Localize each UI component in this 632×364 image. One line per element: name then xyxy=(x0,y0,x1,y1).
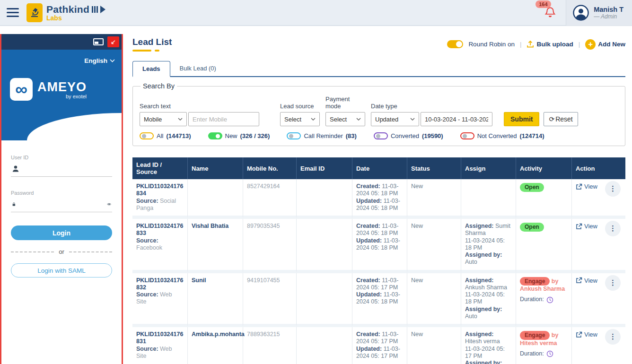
row-menu-button[interactable]: ⋮ xyxy=(605,275,621,291)
password-label: Password xyxy=(11,190,112,196)
lead-id: PKLID110324176834 xyxy=(136,183,184,198)
lead-name: Ambika.p.mohanta xyxy=(192,331,245,338)
status-filter-toggle[interactable]: All (144713) xyxy=(140,132,191,139)
column-header: Assign xyxy=(461,157,516,179)
assigned-by: Auto xyxy=(465,259,477,265)
table-row: PKLID110324176832 Source: Web Site Sunil… xyxy=(132,273,625,328)
hamburger-menu-icon[interactable] xyxy=(7,8,19,17)
assignee-name: Ankush Sharma xyxy=(465,284,507,291)
brand-name: Pathkind xyxy=(46,4,89,15)
pathkind-logo: Pathkind Labs xyxy=(26,3,105,22)
date-range-input[interactable] xyxy=(421,112,492,126)
external-link-icon xyxy=(576,331,582,338)
payment-mode-select[interactable]: Select xyxy=(325,112,365,126)
brand-play-icon xyxy=(100,6,105,13)
column-header: Name xyxy=(187,157,243,179)
table-row: PKLID110324176831 Source: Web Site Ambik… xyxy=(132,327,625,364)
lead-source: Facebook xyxy=(136,244,162,251)
separator: | xyxy=(520,41,522,48)
lead-table: Lead ID / SourceNameMobile No.Email IDDa… xyxy=(132,157,625,364)
tab-leads[interactable]: Leads xyxy=(132,61,170,77)
tab-bulk-lead[interactable]: Bulk Lead (0) xyxy=(170,61,226,76)
language-select[interactable]: English xyxy=(84,57,115,64)
activity-pill: Open xyxy=(520,183,544,192)
column-header: Action xyxy=(571,157,625,179)
brand-stripes xyxy=(92,6,98,13)
lead-name: Vishal Bhatia xyxy=(192,223,228,229)
payment-mode-label: Payment mode xyxy=(325,95,357,110)
lead-id: PKLID110324176833 xyxy=(136,223,184,237)
status-filter-toggle[interactable]: Call Reminder (83) xyxy=(287,132,357,139)
date-type-label: Date type xyxy=(371,103,492,110)
view-button[interactable]: View xyxy=(576,183,597,191)
status-filter-toggle[interactable]: Converted (19590) xyxy=(374,132,443,139)
user-menu[interactable]: Manish T — Admin xyxy=(566,0,632,26)
filter-count: (124714) xyxy=(520,132,544,139)
submit-button[interactable]: Submit xyxy=(504,112,539,126)
filter-label: Converted xyxy=(391,132,419,139)
sidebar-titlebar: ↙ xyxy=(1,34,122,50)
assigned-by: Auto xyxy=(465,313,477,320)
user-id-label: User ID xyxy=(11,155,112,160)
language-label: English xyxy=(84,57,107,64)
login-button[interactable]: Login xyxy=(11,225,112,240)
column-header: Mobile No. xyxy=(243,157,296,179)
column-header: Lead ID / Source xyxy=(132,157,187,179)
dock-window-icon[interactable] xyxy=(93,38,104,45)
view-button[interactable]: View xyxy=(576,223,597,230)
duration-label: Duration: xyxy=(520,350,544,357)
view-button[interactable]: View xyxy=(576,277,597,285)
search-panel: Search By Search text Mobile Lead source… xyxy=(132,82,625,146)
filter-count: (144713) xyxy=(166,132,191,139)
chevron-down-icon xyxy=(110,59,115,62)
lead-source-select[interactable]: Select xyxy=(280,112,320,126)
duration-label: Duration: xyxy=(520,296,544,303)
eye-icon[interactable] xyxy=(107,201,111,207)
password-field[interactable] xyxy=(20,201,103,208)
table-header-row: Lead ID / SourceNameMobile No.Email IDDa… xyxy=(132,157,625,179)
table-body: PKLID110324176834 Source: Social Panga 8… xyxy=(132,179,625,364)
row-menu-button[interactable]: ⋮ xyxy=(605,221,621,236)
round-robin-toggle[interactable] xyxy=(447,40,463,48)
person-icon xyxy=(12,165,19,173)
filter-count: (326 / 326) xyxy=(240,132,270,139)
upload-icon xyxy=(527,40,534,48)
bulk-upload-button[interactable]: Bulk upload xyxy=(527,40,573,48)
notification-bell-icon[interactable]: 164 xyxy=(544,5,556,20)
view-button[interactable]: View xyxy=(576,331,597,338)
activity-pill: Engage xyxy=(520,331,550,340)
table-row: PKLID110324176833 Source: Facebook Visha… xyxy=(132,219,625,273)
filter-switch-icon xyxy=(460,132,474,139)
status-filter-toggle[interactable]: New (326 / 326) xyxy=(208,132,270,139)
lead-tabs: Leads Bulk Lead (0) xyxy=(132,61,625,77)
activity-pill: Open xyxy=(520,223,544,232)
page-title: Lead List xyxy=(132,37,172,47)
lead-status: New xyxy=(411,331,423,338)
date-type-select[interactable]: Updated xyxy=(371,112,419,126)
row-menu-button[interactable]: ⋮ xyxy=(605,181,621,197)
lead-mobile: 9419107455 xyxy=(247,277,280,284)
lead-status: New xyxy=(411,183,423,190)
clock-icon xyxy=(546,296,553,303)
activity-pill: Engage xyxy=(520,277,550,286)
status-filter-toggle[interactable]: Not Converted (124714) xyxy=(460,132,544,139)
search-input[interactable] xyxy=(188,112,259,126)
collapse-button[interactable]: ↙ xyxy=(107,36,119,47)
status-filters: All (144713) New (326 / 326) Call Remind… xyxy=(140,132,618,139)
lead-id: PKLID110324176831 xyxy=(136,331,184,346)
ameyo-subtitle: by exotel xyxy=(37,94,87,99)
filter-switch-icon xyxy=(208,132,222,139)
reset-button[interactable]: ⟳Reset xyxy=(544,112,578,126)
search-type-select[interactable]: Mobile xyxy=(140,112,187,126)
collapse-arrow-icon: ↙ xyxy=(111,38,116,45)
search-text-label: Search text xyxy=(140,103,259,110)
row-menu-button[interactable]: ⋮ xyxy=(605,329,621,345)
user-id-field[interactable] xyxy=(23,165,111,173)
assign-date: 11-03-2024 05: 17 PM xyxy=(465,346,512,360)
separator: | xyxy=(579,41,580,48)
ameyo-banner: English ∞ AMEYO by exotel xyxy=(1,50,122,140)
main-content: Lead List Round Robin on | Bulk upload |… xyxy=(123,26,632,364)
title-underline xyxy=(132,50,172,52)
add-new-button[interactable]: + Add New xyxy=(585,39,625,50)
login-saml-button[interactable]: Login with SAML xyxy=(11,263,112,277)
